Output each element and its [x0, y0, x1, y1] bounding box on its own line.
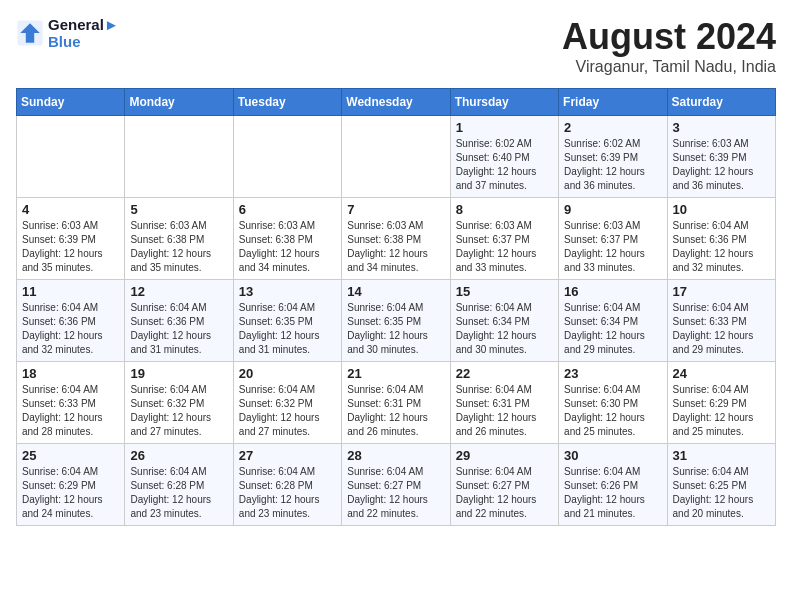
- day-number: 16: [564, 284, 661, 299]
- calendar-cell: 5Sunrise: 6:03 AM Sunset: 6:38 PM Daylig…: [125, 198, 233, 280]
- day-number: 7: [347, 202, 444, 217]
- month-year-title: August 2024: [562, 16, 776, 58]
- day-detail: Sunrise: 6:04 AM Sunset: 6:31 PM Dayligh…: [456, 383, 553, 439]
- calendar-cell: 17Sunrise: 6:04 AM Sunset: 6:33 PM Dayli…: [667, 280, 775, 362]
- calendar-cell: [17, 116, 125, 198]
- weekday-header: Saturday: [667, 89, 775, 116]
- calendar-cell: 14Sunrise: 6:04 AM Sunset: 6:35 PM Dayli…: [342, 280, 450, 362]
- day-number: 19: [130, 366, 227, 381]
- page-header: General► Blue August 2024 Viraganur, Tam…: [16, 16, 776, 76]
- calendar-cell: 2Sunrise: 6:02 AM Sunset: 6:39 PM Daylig…: [559, 116, 667, 198]
- calendar-cell: 31Sunrise: 6:04 AM Sunset: 6:25 PM Dayli…: [667, 444, 775, 526]
- calendar-cell: 11Sunrise: 6:04 AM Sunset: 6:36 PM Dayli…: [17, 280, 125, 362]
- day-number: 14: [347, 284, 444, 299]
- weekday-header: Monday: [125, 89, 233, 116]
- day-detail: Sunrise: 6:04 AM Sunset: 6:36 PM Dayligh…: [673, 219, 770, 275]
- day-detail: Sunrise: 6:03 AM Sunset: 6:39 PM Dayligh…: [22, 219, 119, 275]
- day-number: 20: [239, 366, 336, 381]
- day-number: 11: [22, 284, 119, 299]
- day-detail: Sunrise: 6:04 AM Sunset: 6:30 PM Dayligh…: [564, 383, 661, 439]
- day-number: 23: [564, 366, 661, 381]
- day-number: 2: [564, 120, 661, 135]
- day-number: 24: [673, 366, 770, 381]
- calendar-cell: 9Sunrise: 6:03 AM Sunset: 6:37 PM Daylig…: [559, 198, 667, 280]
- calendar-cell: 16Sunrise: 6:04 AM Sunset: 6:34 PM Dayli…: [559, 280, 667, 362]
- day-number: 22: [456, 366, 553, 381]
- day-number: 17: [673, 284, 770, 299]
- day-number: 18: [22, 366, 119, 381]
- calendar-cell: 15Sunrise: 6:04 AM Sunset: 6:34 PM Dayli…: [450, 280, 558, 362]
- day-detail: Sunrise: 6:04 AM Sunset: 6:32 PM Dayligh…: [239, 383, 336, 439]
- day-detail: Sunrise: 6:03 AM Sunset: 6:37 PM Dayligh…: [456, 219, 553, 275]
- day-detail: Sunrise: 6:04 AM Sunset: 6:35 PM Dayligh…: [239, 301, 336, 357]
- calendar-cell: 28Sunrise: 6:04 AM Sunset: 6:27 PM Dayli…: [342, 444, 450, 526]
- day-detail: Sunrise: 6:03 AM Sunset: 6:37 PM Dayligh…: [564, 219, 661, 275]
- day-detail: Sunrise: 6:03 AM Sunset: 6:38 PM Dayligh…: [347, 219, 444, 275]
- weekday-header: Tuesday: [233, 89, 341, 116]
- day-number: 31: [673, 448, 770, 463]
- day-detail: Sunrise: 6:04 AM Sunset: 6:28 PM Dayligh…: [130, 465, 227, 521]
- day-number: 25: [22, 448, 119, 463]
- day-detail: Sunrise: 6:04 AM Sunset: 6:31 PM Dayligh…: [347, 383, 444, 439]
- day-number: 9: [564, 202, 661, 217]
- calendar-table: SundayMondayTuesdayWednesdayThursdayFrid…: [16, 88, 776, 526]
- calendar-cell: 29Sunrise: 6:04 AM Sunset: 6:27 PM Dayli…: [450, 444, 558, 526]
- day-detail: Sunrise: 6:04 AM Sunset: 6:27 PM Dayligh…: [347, 465, 444, 521]
- calendar-cell: 8Sunrise: 6:03 AM Sunset: 6:37 PM Daylig…: [450, 198, 558, 280]
- day-detail: Sunrise: 6:03 AM Sunset: 6:38 PM Dayligh…: [130, 219, 227, 275]
- calendar-cell: 27Sunrise: 6:04 AM Sunset: 6:28 PM Dayli…: [233, 444, 341, 526]
- calendar-cell: 20Sunrise: 6:04 AM Sunset: 6:32 PM Dayli…: [233, 362, 341, 444]
- day-number: 29: [456, 448, 553, 463]
- day-detail: Sunrise: 6:04 AM Sunset: 6:32 PM Dayligh…: [130, 383, 227, 439]
- calendar-week-row: 25Sunrise: 6:04 AM Sunset: 6:29 PM Dayli…: [17, 444, 776, 526]
- day-detail: Sunrise: 6:04 AM Sunset: 6:29 PM Dayligh…: [673, 383, 770, 439]
- day-detail: Sunrise: 6:04 AM Sunset: 6:33 PM Dayligh…: [22, 383, 119, 439]
- logo-text: General► Blue: [48, 16, 119, 50]
- location-subtitle: Viraganur, Tamil Nadu, India: [562, 58, 776, 76]
- day-number: 13: [239, 284, 336, 299]
- weekday-header-row: SundayMondayTuesdayWednesdayThursdayFrid…: [17, 89, 776, 116]
- day-detail: Sunrise: 6:02 AM Sunset: 6:39 PM Dayligh…: [564, 137, 661, 193]
- weekday-header: Wednesday: [342, 89, 450, 116]
- day-detail: Sunrise: 6:04 AM Sunset: 6:33 PM Dayligh…: [673, 301, 770, 357]
- calendar-cell: [342, 116, 450, 198]
- weekday-header: Thursday: [450, 89, 558, 116]
- calendar-cell: [125, 116, 233, 198]
- day-detail: Sunrise: 6:04 AM Sunset: 6:25 PM Dayligh…: [673, 465, 770, 521]
- weekday-header: Friday: [559, 89, 667, 116]
- day-number: 30: [564, 448, 661, 463]
- calendar-cell: 23Sunrise: 6:04 AM Sunset: 6:30 PM Dayli…: [559, 362, 667, 444]
- day-detail: Sunrise: 6:03 AM Sunset: 6:38 PM Dayligh…: [239, 219, 336, 275]
- calendar-cell: 18Sunrise: 6:04 AM Sunset: 6:33 PM Dayli…: [17, 362, 125, 444]
- calendar-cell: 1Sunrise: 6:02 AM Sunset: 6:40 PM Daylig…: [450, 116, 558, 198]
- calendar-week-row: 11Sunrise: 6:04 AM Sunset: 6:36 PM Dayli…: [17, 280, 776, 362]
- calendar-cell: 6Sunrise: 6:03 AM Sunset: 6:38 PM Daylig…: [233, 198, 341, 280]
- logo-icon: [16, 19, 44, 47]
- day-number: 10: [673, 202, 770, 217]
- day-detail: Sunrise: 6:04 AM Sunset: 6:27 PM Dayligh…: [456, 465, 553, 521]
- day-number: 28: [347, 448, 444, 463]
- day-detail: Sunrise: 6:04 AM Sunset: 6:28 PM Dayligh…: [239, 465, 336, 521]
- calendar-cell: [233, 116, 341, 198]
- day-number: 3: [673, 120, 770, 135]
- day-detail: Sunrise: 6:04 AM Sunset: 6:26 PM Dayligh…: [564, 465, 661, 521]
- day-number: 21: [347, 366, 444, 381]
- calendar-cell: 7Sunrise: 6:03 AM Sunset: 6:38 PM Daylig…: [342, 198, 450, 280]
- day-number: 6: [239, 202, 336, 217]
- calendar-cell: 13Sunrise: 6:04 AM Sunset: 6:35 PM Dayli…: [233, 280, 341, 362]
- weekday-header: Sunday: [17, 89, 125, 116]
- calendar-cell: 21Sunrise: 6:04 AM Sunset: 6:31 PM Dayli…: [342, 362, 450, 444]
- day-number: 4: [22, 202, 119, 217]
- day-number: 5: [130, 202, 227, 217]
- day-detail: Sunrise: 6:04 AM Sunset: 6:35 PM Dayligh…: [347, 301, 444, 357]
- day-detail: Sunrise: 6:04 AM Sunset: 6:36 PM Dayligh…: [130, 301, 227, 357]
- day-number: 27: [239, 448, 336, 463]
- day-number: 12: [130, 284, 227, 299]
- day-number: 8: [456, 202, 553, 217]
- calendar-cell: 26Sunrise: 6:04 AM Sunset: 6:28 PM Dayli…: [125, 444, 233, 526]
- day-detail: Sunrise: 6:02 AM Sunset: 6:40 PM Dayligh…: [456, 137, 553, 193]
- day-number: 15: [456, 284, 553, 299]
- day-detail: Sunrise: 6:04 AM Sunset: 6:34 PM Dayligh…: [564, 301, 661, 357]
- calendar-cell: 3Sunrise: 6:03 AM Sunset: 6:39 PM Daylig…: [667, 116, 775, 198]
- calendar-week-row: 18Sunrise: 6:04 AM Sunset: 6:33 PM Dayli…: [17, 362, 776, 444]
